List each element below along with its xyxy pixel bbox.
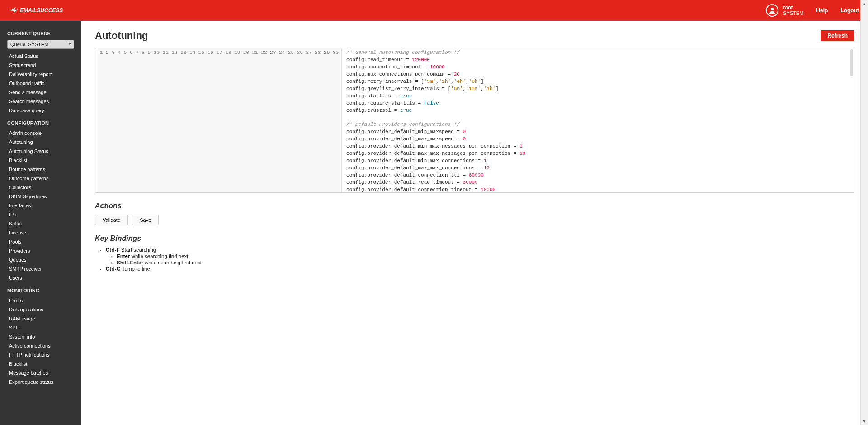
sidebar-item[interactable]: System info [0,332,81,341]
sidebar-item[interactable]: Active connections [0,341,81,350]
sidebar-item[interactable]: Admin console [0,129,81,138]
sidebar-item[interactable]: DKIM Signatures [0,192,81,201]
sidebar-item[interactable]: Errors [0,296,81,305]
sidebar-item[interactable]: Autotuning [0,138,81,147]
code-editor[interactable]: 1 2 3 4 5 6 7 8 9 10 11 12 13 14 15 16 1… [95,48,854,193]
sidebar-item[interactable]: Interfaces [0,201,81,210]
sidebar-item[interactable]: Autotuning Status [0,147,81,156]
sidebar-item[interactable]: License [0,228,81,237]
logout-link[interactable]: Logout [840,7,859,14]
sidebar-item[interactable]: SPF [0,323,81,332]
sidebar-item[interactable]: Blacklist [0,359,81,368]
keybindings-list: Ctrl-F Start searching Enter while searc… [95,247,854,272]
svg-point-0 [771,8,774,10]
sidebar-item[interactable]: Search messages [0,97,81,106]
sidebar-section-title: MONITORING [0,282,81,296]
main-content: Autotuning Refresh 1 2 3 4 5 6 7 8 9 10 … [81,21,868,425]
keybindings-heading: Key Bindings [95,234,854,243]
user-block[interactable]: root SYSTEM [766,4,803,17]
sidebar-item[interactable]: Providers [0,246,81,255]
sidebar-item[interactable]: Disk operations [0,305,81,314]
sidebar-section-title: CONFIGURATION [0,115,81,129]
brand-text: EMAILSUCCESS [20,7,63,14]
validate-button[interactable]: Validate [95,215,128,225]
sidebar-item[interactable]: RAM usage [0,314,81,323]
editor-gutter: 1 2 3 4 5 6 7 8 9 10 11 12 13 14 15 16 1… [95,48,342,192]
sidebar-item[interactable]: Message batches [0,368,81,377]
actions-heading: Actions [95,202,854,210]
editor-code[interactable]: /* General AutoTuning Configuration */ c… [342,48,854,192]
sidebar-item[interactable]: Blacklist [0,156,81,165]
sidebar-item[interactable]: Deliverability report [0,70,81,79]
sidebar-item[interactable]: Outcome patterns [0,174,81,183]
app-header: EMAILSUCCESS root SYSTEM Help Logout [0,0,868,21]
sidebar-item[interactable]: Outbound traffic [0,79,81,88]
queue-select[interactable]: Queue: SYSTEM [7,40,74,49]
help-link[interactable]: Help [816,7,828,14]
page-title: Autotuning [95,30,148,42]
sidebar-item[interactable]: Users [0,273,81,282]
sidebar-item[interactable]: Export queue status [0,377,81,387]
sidebar-item[interactable]: Pools [0,237,81,246]
user-name: root [783,5,803,10]
sidebar-section-title: CURRENT QUEUE [0,25,81,39]
editor-scrollbar[interactable] [850,49,853,76]
page-scrollbar[interactable]: ▲ ▼ [860,0,868,425]
sidebar-item[interactable]: Queues [0,255,81,264]
brand-logo: EMAILSUCCESS [9,6,99,15]
sidebar-item[interactable]: Kafka [0,219,81,228]
refresh-button[interactable]: Refresh [821,30,854,41]
sidebar-item[interactable]: HTTP notifications [0,350,81,359]
sidebar: CURRENT QUEUEQueue: SYSTEMActual StatusS… [0,21,81,425]
scroll-down-icon[interactable]: ▼ [861,417,868,425]
sidebar-item[interactable]: Database query [0,106,81,115]
user-sub: SYSTEM [783,10,803,16]
avatar-icon [766,4,778,17]
sidebar-item[interactable]: SMTP receiver [0,264,81,273]
save-button[interactable]: Save [132,215,159,225]
sidebar-item[interactable]: Bounce patterns [0,165,81,174]
sidebar-item[interactable]: Collectors [0,183,81,192]
scroll-up-icon[interactable]: ▲ [861,0,868,8]
sidebar-item[interactable]: Status trend [0,61,81,70]
sidebar-item[interactable]: IPs [0,210,81,219]
sidebar-item[interactable]: Send a message [0,88,81,97]
sidebar-item[interactable]: Actual Status [0,52,81,61]
